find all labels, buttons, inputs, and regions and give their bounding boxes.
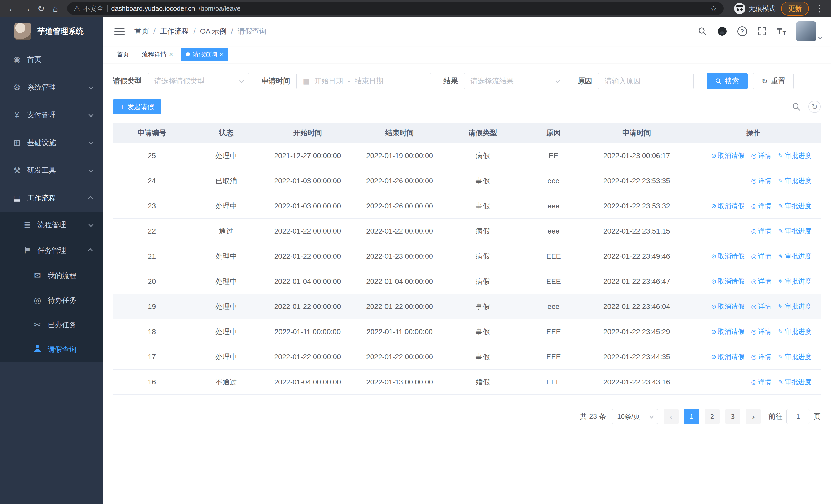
page-size-select[interactable]: 10条/页 — [612, 409, 658, 424]
cancel-link[interactable]: ⊘取消请假 — [711, 352, 745, 361]
cell-type: 事假 — [446, 352, 520, 362]
table-row[interactable]: 23处理中2022-01-03 00:00:002022-01-26 00:00… — [113, 194, 821, 219]
view-link[interactable]: ◎详情 — [751, 378, 771, 386]
progress-link[interactable]: ✎审批进度 — [778, 227, 811, 236]
page-button-3[interactable]: 3 — [725, 409, 740, 424]
url-bar[interactable]: ⚠ 不安全 dashboard.yudao.iocoder.cn /bpm/oa… — [67, 2, 724, 15]
apply-time-range-picker[interactable]: ▦ 开始日期 - 结束日期 — [296, 73, 431, 89]
leave-type-select[interactable]: 请选择请假类型 — [148, 73, 249, 89]
fullscreen-icon[interactable] — [757, 27, 767, 36]
column-header: 开始时间 — [261, 128, 354, 138]
sidebar-item-todo-task[interactable]: ◎待办任务 — [0, 288, 103, 313]
bookmark-icon[interactable]: ☆ — [710, 4, 717, 13]
cell-status: 处理中 — [191, 277, 261, 287]
back-icon[interactable]: ← — [5, 1, 20, 16]
cancel-link[interactable]: ⊘取消请假 — [711, 151, 745, 160]
sidebar-item-task-mgmt[interactable]: ⚑任务管理 — [0, 238, 103, 263]
view-link[interactable]: ◎详情 — [751, 151, 771, 160]
progress-link[interactable]: ✎审批进度 — [778, 302, 811, 311]
breadcrumb-item[interactable]: OA 示例 — [200, 26, 227, 36]
cell-status: 处理中 — [191, 352, 261, 362]
table-row[interactable]: 16不通过2022-01-04 00:00:002022-01-13 00:00… — [113, 369, 821, 395]
tab-process-detail[interactable]: 流程详情× — [137, 48, 178, 61]
reload-icon[interactable]: ↻ — [34, 1, 48, 16]
sidebar-item-process-mgmt[interactable]: ≣流程管理 — [0, 212, 103, 238]
progress-link[interactable]: ✎审批进度 — [778, 378, 811, 386]
progress-link[interactable]: ✎审批进度 — [778, 352, 811, 361]
browser-menu-icon[interactable]: ⋮ — [813, 3, 826, 13]
page-button-1[interactable]: 1 — [684, 409, 699, 424]
view-link[interactable]: ◎详情 — [751, 227, 771, 236]
calendar-icon: ▦ — [303, 77, 310, 85]
table-row[interactable]: 19处理中2022-01-22 00:00:002022-01-22 00:00… — [113, 294, 821, 319]
cancel-link[interactable]: ⊘取消请假 — [711, 327, 745, 336]
cancel-link[interactable]: ⊘取消请假 — [711, 277, 745, 286]
breadcrumb-item[interactable]: 首页 — [135, 26, 149, 36]
view-link[interactable]: ◎详情 — [751, 327, 771, 336]
sidebar-item-leave-query[interactable]: 请假查询 — [0, 337, 103, 362]
cancel-link[interactable]: ⊘取消请假 — [711, 302, 745, 311]
sidebar-item-home[interactable]: ◉首页 — [0, 46, 103, 73]
table-row[interactable]: 20处理中2022-01-04 00:00:002022-01-04 00:00… — [113, 269, 821, 294]
next-page-button[interactable]: › — [746, 409, 761, 424]
sidebar-item-my-process[interactable]: ✉我的流程 — [0, 263, 103, 288]
tab-home[interactable]: 首页 — [112, 48, 134, 61]
table-row[interactable]: 24已取消2022-01-03 00:00:002022-01-26 00:00… — [113, 168, 821, 194]
view-link[interactable]: ◎详情 — [751, 277, 771, 286]
table-row[interactable]: 25处理中2021-12-27 00:00:002022-01-19 00:00… — [113, 143, 821, 168]
prev-page-button[interactable]: ‹ — [664, 409, 679, 424]
cell-start: 2022-01-22 00:00:00 — [261, 252, 354, 261]
update-button[interactable]: 更新 — [781, 2, 809, 16]
sidebar-item-done-task[interactable]: ✂已办任务 — [0, 313, 103, 337]
home-nav-icon[interactable]: ⌂ — [48, 1, 63, 16]
url-path[interactable]: /bpm/oa/leave — [199, 5, 240, 12]
view-link[interactable]: ◎详情 — [751, 252, 771, 261]
sidebar-item-payment[interactable]: ¥支付管理 — [0, 101, 103, 129]
view-link[interactable]: ◎详情 — [751, 302, 771, 311]
user-menu[interactable] — [796, 21, 822, 41]
breadcrumb-item[interactable]: 工作流程 — [160, 26, 189, 36]
app-logo-area[interactable]: 芋道管理系统 — [0, 17, 103, 46]
font-size-icon[interactable]: TT — [777, 27, 786, 36]
table-row[interactable]: 18处理中2022-01-11 00:00:002022-01-11 00:00… — [113, 319, 821, 345]
cell-applied: 2022-01-22 23:53:35 — [587, 177, 686, 185]
table-row[interactable]: 17处理中2022-01-22 00:00:002022-01-22 00:00… — [113, 345, 821, 369]
sidebar-item-devtools[interactable]: ⚒研发工具 — [0, 156, 103, 184]
tab-leave-query[interactable]: 请假查询× — [181, 48, 228, 61]
reset-button[interactable]: ↻ 重置 — [753, 73, 794, 89]
search-button[interactable]: 搜索 — [707, 73, 748, 89]
progress-link[interactable]: ✎审批进度 — [778, 277, 811, 286]
forward-icon[interactable]: → — [20, 1, 34, 16]
toggle-search-icon[interactable] — [792, 102, 801, 111]
view-link[interactable]: ◎详情 — [751, 352, 771, 361]
view-link[interactable]: ◎详情 — [751, 202, 771, 210]
close-icon[interactable]: × — [220, 51, 224, 58]
progress-link[interactable]: ✎审批进度 — [778, 327, 811, 336]
security-label[interactable]: 不安全 — [83, 4, 104, 13]
result-select[interactable]: 请选择流结果 — [464, 73, 565, 89]
table-row[interactable]: 22通过2022-01-22 00:00:002022-01-22 00:00:… — [113, 219, 821, 244]
url-host[interactable]: dashboard.yudao.iocoder.cn — [111, 5, 195, 12]
cancel-link[interactable]: ⊘取消请假 — [711, 252, 745, 261]
goto-page-input[interactable] — [786, 409, 810, 424]
reason-input[interactable] — [598, 73, 694, 89]
progress-link[interactable]: ✎审批进度 — [778, 151, 811, 160]
close-icon[interactable]: × — [169, 51, 173, 58]
progress-link[interactable]: ✎审批进度 — [778, 176, 811, 185]
help-icon[interactable]: ? — [737, 26, 747, 36]
hamburger-icon[interactable] — [112, 25, 127, 37]
progress-link[interactable]: ✎审批进度 — [778, 202, 811, 210]
sidebar-item-system[interactable]: ⚙系统管理 — [0, 73, 103, 101]
github-icon[interactable] — [717, 26, 727, 36]
table-row[interactable]: 21处理中2022-01-22 00:00:002022-01-23 00:00… — [113, 244, 821, 269]
cancel-link[interactable]: ⊘取消请假 — [711, 202, 745, 210]
progress-link[interactable]: ✎审批进度 — [778, 252, 811, 261]
search-icon[interactable] — [698, 27, 707, 36]
sidebar-item-workflow[interactable]: ▤工作流程 — [0, 184, 103, 212]
refresh-table-icon[interactable]: ↻ — [808, 100, 821, 113]
avatar[interactable] — [796, 21, 816, 41]
view-link[interactable]: ◎详情 — [751, 176, 771, 185]
page-button-2[interactable]: 2 — [705, 409, 720, 424]
sidebar-item-infra[interactable]: ⊞基础设施 — [0, 129, 103, 156]
create-leave-button[interactable]: + 发起请假 — [113, 99, 162, 114]
